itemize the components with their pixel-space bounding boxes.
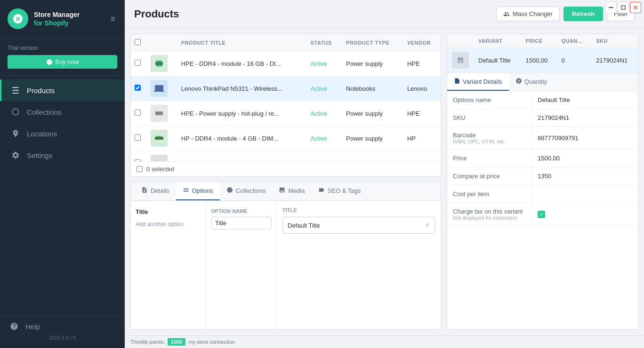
variant-qty-cell: 0 [556, 48, 591, 73]
selected-count-label: 0 selected [146, 166, 174, 173]
col-header-title: PRODUCT TITLE [177, 34, 306, 51]
table-row[interactable]: HPE - DDR4 - module - 16 GB - DI... Acti… [131, 51, 441, 76]
table-row[interactable]: HP - DDR4 - module - 4 GB - DIM... Activ… [131, 126, 441, 151]
detail-row-sku: SKU 2179024N1 [447, 109, 638, 127]
throttle-suffix: my store connection [188, 339, 234, 345]
sidebar-item-settings-label: Settings [27, 151, 52, 159]
refresh-button[interactable]: Refresh [564, 7, 603, 21]
row-title-cell: Lenovo ThinkPad N5321 - Wireless... [177, 76, 306, 101]
variant-tab-bar: Variant DetailsQuantity [447, 73, 638, 91]
close-button[interactable] [630, 2, 641, 13]
tab-media[interactable]: Media [272, 182, 311, 200]
tab-content: Title Add another option Option name Tit… [131, 201, 441, 329]
row-checkbox-cell [131, 126, 146, 151]
product-thumbnail [151, 55, 168, 72]
cost-per-item-value [532, 185, 638, 203]
charge-tax-checkbox[interactable] [538, 211, 545, 218]
sidebar-header: Store Manager for Shopify ≡ [0, 0, 125, 38]
svg-rect-19 [161, 136, 161, 137]
col-header-vendor: VENDOR [402, 34, 441, 51]
sidebar-item-collections[interactable]: Collections [0, 101, 125, 123]
option-value-delete-button[interactable]: × [426, 221, 430, 229]
table-row[interactable]: HPE 560M - Network adapter - PCI... Acti… [131, 151, 441, 162]
table-row[interactable]: HPE - Power supply - hot-plug / re... Ac… [131, 101, 441, 126]
options-values-col: Title Default Title × [277, 201, 441, 329]
trial-section: Trial version Buy now [0, 38, 125, 76]
collections-tab-icon [226, 187, 233, 195]
select-all-row: 0 selected [131, 161, 441, 176]
variant-col-header [447, 34, 474, 48]
help-item[interactable]: Help [9, 322, 115, 331]
seo_tags-tab-icon [318, 187, 325, 195]
select-all-checkbox-header [131, 34, 146, 51]
add-option-button[interactable]: Add another option [136, 218, 201, 230]
minimize-button[interactable] [605, 2, 617, 13]
sidebar: Store Manager for Shopify ≡ Trial versio… [0, 0, 125, 348]
option-value-item: Default Title × [282, 217, 435, 234]
variant-row[interactable]: Default Title 1500,00 0 2179024N1 [447, 48, 638, 73]
sidebar-item-settings[interactable]: Settings [0, 144, 125, 166]
price-label: Price [447, 150, 532, 167]
trial-label: Trial version [8, 45, 117, 51]
row-vendor-cell: HPE [402, 51, 441, 76]
collections-icon [11, 107, 20, 117]
variant-price-col-header: PRICE [521, 34, 556, 48]
row-checkbox[interactable] [135, 85, 141, 91]
variant-thumb-cell [447, 48, 474, 73]
table-row[interactable]: Lenovo ThinkPad N5321 - Wireless... Acti… [131, 76, 441, 101]
row-vendor-cell: HP [402, 126, 441, 151]
svg-rect-4 [155, 62, 163, 65]
sku-value: 2179024N1 [532, 109, 638, 127]
variant-no-image-icon [452, 52, 469, 69]
row-checkbox-cell [131, 76, 146, 101]
table-header-row: PRODUCT TITLE STATUS PRODUCT TYPE VENDOR [131, 34, 441, 51]
products-table-wrapper: PRODUCT TITLE STATUS PRODUCT TYPE VENDOR… [131, 34, 441, 161]
sidebar-collapse-button[interactable]: ≡ [108, 12, 117, 26]
main-area: Products Mass Changer Refresh Filter [125, 0, 644, 348]
row-status-cell: Active [306, 126, 341, 151]
variant-price-cell: 1500,00 [521, 48, 556, 73]
detail-row-charge-tax: Charge tax on this variant Not displayed… [447, 203, 638, 226]
row-checkbox[interactable] [135, 60, 141, 66]
row-checkbox-cell [131, 51, 146, 76]
maximize-button[interactable] [618, 2, 629, 13]
sidebar-item-locations[interactable]: Locations [0, 123, 125, 144]
svg-rect-17 [158, 136, 159, 137]
barcode-value: 887770909791 [532, 127, 638, 149]
variant-details-content: Options name Default Title SKU 2179024N1… [447, 91, 638, 329]
col-header-thumb [146, 34, 177, 51]
options-title-col: Title Add another option [131, 201, 206, 329]
variant-tab-quantity[interactable]: Quantity [509, 73, 554, 91]
tab-seo_tags[interactable]: SEO & Tags [312, 182, 368, 200]
content-area: PRODUCT TITLE STATUS PRODUCT TYPE VENDOR… [125, 28, 644, 335]
svg-rect-9 [159, 65, 160, 67]
tab-collections[interactable]: Collections [220, 182, 273, 200]
sidebar-item-products[interactable]: Products [0, 79, 125, 101]
variant-sku-col-header: SKU [591, 34, 638, 48]
option-name-input[interactable] [211, 217, 272, 229]
buy-now-button[interactable]: Buy now [8, 55, 117, 69]
variant-table-section: VARIANT PRICE QUAN... SKU [447, 34, 638, 73]
mass-changer-button[interactable]: Mass Changer [496, 7, 560, 21]
select-all-checkbox[interactable] [135, 39, 141, 45]
throttle-bar: Throttle points: 1000 my store connectio… [125, 335, 644, 348]
row-type-cell: Power supply [341, 151, 402, 162]
variant-name-cell: Default Title [474, 48, 521, 73]
col-header-type: PRODUCT TYPE [341, 34, 402, 51]
select-all-checkbox-bottom[interactable] [137, 166, 143, 172]
sidebar-logo-text: Store Manager for Shopify [34, 10, 80, 27]
svg-rect-6 [159, 60, 160, 62]
compare-at-price-label: Compare at price [447, 167, 532, 185]
tab-options[interactable]: Options [176, 182, 220, 200]
tab-details[interactable]: Details [135, 182, 176, 200]
svg-rect-8 [157, 65, 158, 67]
svg-rect-5 [157, 60, 158, 62]
products-panel: PRODUCT TITLE STATUS PRODUCT TYPE VENDOR… [130, 34, 441, 177]
variant-tab-variant_details[interactable]: Variant Details [447, 73, 509, 91]
row-checkbox[interactable] [135, 134, 141, 141]
detail-row-barcode: Barcode ISBN, UPC, GTIN, etc. 8877709097… [447, 127, 638, 150]
row-thumb-cell [146, 101, 177, 126]
right-panel: VARIANT PRICE QUAN... SKU [447, 34, 638, 330]
row-checkbox[interactable] [135, 110, 141, 116]
nav-footer: Help 2023.4.0.75 [0, 316, 125, 348]
